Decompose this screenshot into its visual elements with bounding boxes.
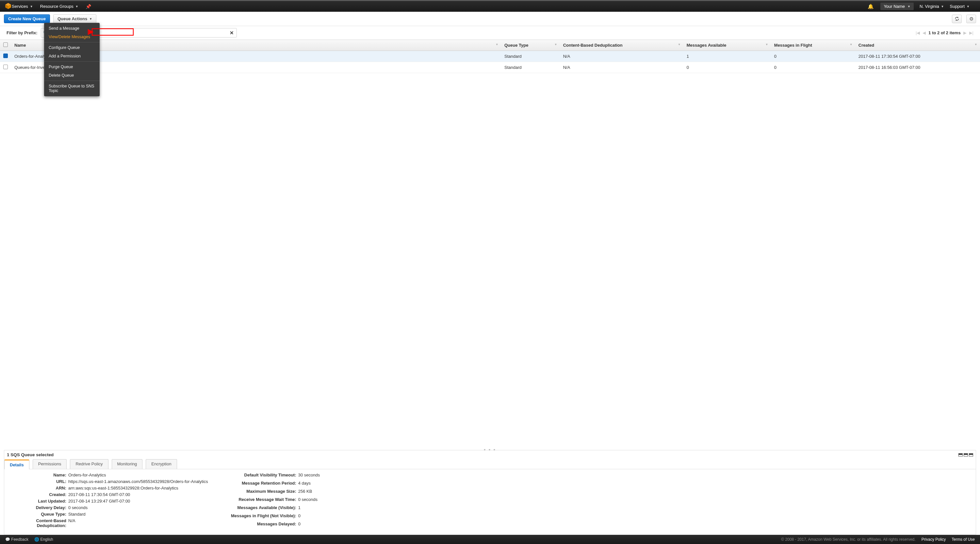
clear-filter-button[interactable]: ✕ xyxy=(230,30,234,36)
column-messages-available[interactable]: Messages Available▾ xyxy=(683,40,771,51)
column-messages-in-flight[interactable]: Messages in Flight▾ xyxy=(771,40,855,51)
support-label: Support xyxy=(950,4,965,9)
table-row[interactable]: Orders-for-AnalyticsStandardN/A102017-08… xyxy=(0,51,980,62)
notifications-icon[interactable]: 🔔 xyxy=(868,3,874,10)
refresh-button[interactable] xyxy=(952,15,962,23)
table-header-row: Name▾ Queue Type▾ Content-Based Deduplic… xyxy=(0,40,980,51)
resource-groups-menu[interactable]: Resource Groups ▼ xyxy=(40,4,78,9)
refresh-icon xyxy=(955,16,959,21)
cell-avail: 1 xyxy=(683,51,771,62)
column-created[interactable]: Created▾ xyxy=(855,40,980,51)
region-menu[interactable]: N. Virginia ▼ xyxy=(920,4,944,9)
pin-icon[interactable]: 📌 xyxy=(86,4,91,9)
filter-label: Filter by Prefix: xyxy=(6,30,38,35)
cell-flight: 0 xyxy=(771,62,855,73)
cell-created: 2017-08-11 16:56:03 GMT-07:00 xyxy=(855,62,980,73)
menu-configure-queue[interactable]: Configure Queue xyxy=(44,43,100,52)
queues-table: Name▾ Queue Type▾ Content-Based Deduplic… xyxy=(0,40,980,73)
menu-add-permission[interactable]: Add a Permission xyxy=(44,52,100,60)
row-checkbox[interactable] xyxy=(3,54,8,58)
account-menu[interactable]: Your Name ▼ xyxy=(880,3,913,10)
cell-created: 2017-08-11 17:30:54 GMT-07:00 xyxy=(855,51,980,62)
column-queue-type[interactable]: Queue Type▾ xyxy=(501,40,560,51)
annotation-arrow xyxy=(86,27,135,37)
gear-icon: ⚙ xyxy=(969,16,974,22)
global-nav: Services ▼ Resource Groups ▼ 📌 🔔 Your Na… xyxy=(0,0,980,12)
settings-button[interactable]: ⚙ xyxy=(966,15,976,23)
services-label: Services xyxy=(12,4,28,9)
page-next-icon[interactable]: ▶ xyxy=(963,30,967,35)
page-first-icon[interactable]: |◀ xyxy=(916,30,920,35)
chevron-down-icon: ▼ xyxy=(30,5,33,8)
column-cbd[interactable]: Content-Based Deduplication▾ xyxy=(560,40,683,51)
chevron-down-icon: ▼ xyxy=(75,5,78,8)
cell-type: Standard xyxy=(501,62,560,73)
resource-groups-label: Resource Groups xyxy=(40,4,73,9)
queue-actions-label: Queue Actions xyxy=(57,16,87,21)
toolbar: Create New Queue Queue Actions ▼ ⚙ xyxy=(0,12,980,26)
cell-avail: 0 xyxy=(683,62,771,73)
cell-type: Standard xyxy=(501,51,560,62)
pager-info: 1 to 2 of 2 items xyxy=(928,30,960,35)
aws-logo-icon[interactable] xyxy=(5,2,12,10)
cell-flight: 0 xyxy=(771,51,855,62)
region-label: N. Virginia xyxy=(920,4,939,9)
menu-delete-queue[interactable]: Delete Queue xyxy=(44,71,100,73)
account-label: Your Name xyxy=(884,4,905,9)
page-prev-icon[interactable]: ◀ xyxy=(923,30,926,35)
cell-cbd: N/A xyxy=(560,62,683,73)
column-checkbox[interactable] xyxy=(0,40,11,51)
support-menu[interactable]: Support ▼ xyxy=(950,4,970,9)
table-row[interactable]: Queues-for-InventoryStandardN/A002017-08… xyxy=(0,62,980,73)
chevron-down-icon: ▼ xyxy=(907,5,910,8)
filter-bar: Filter by Prefix: 🔍 ✕ |◀ ◀ 1 to 2 of 2 i… xyxy=(0,26,980,40)
chevron-down-icon: ▼ xyxy=(89,17,92,21)
pager: |◀ ◀ 1 to 2 of 2 items ▶ ▶| xyxy=(916,30,974,35)
services-menu[interactable]: Services ▼ xyxy=(12,4,33,9)
chevron-down-icon: ▼ xyxy=(941,5,944,8)
row-checkbox[interactable] xyxy=(3,65,8,69)
page-last-icon[interactable]: ▶| xyxy=(969,30,974,35)
cell-cbd: N/A xyxy=(560,51,683,62)
chevron-down-icon: ▼ xyxy=(967,5,970,8)
svg-rect-3 xyxy=(92,29,133,35)
create-queue-button[interactable]: Create New Queue xyxy=(4,14,50,23)
menu-purge-queue[interactable]: Purge Queue xyxy=(44,63,100,71)
queue-actions-button[interactable]: Queue Actions ▼ xyxy=(53,14,96,23)
